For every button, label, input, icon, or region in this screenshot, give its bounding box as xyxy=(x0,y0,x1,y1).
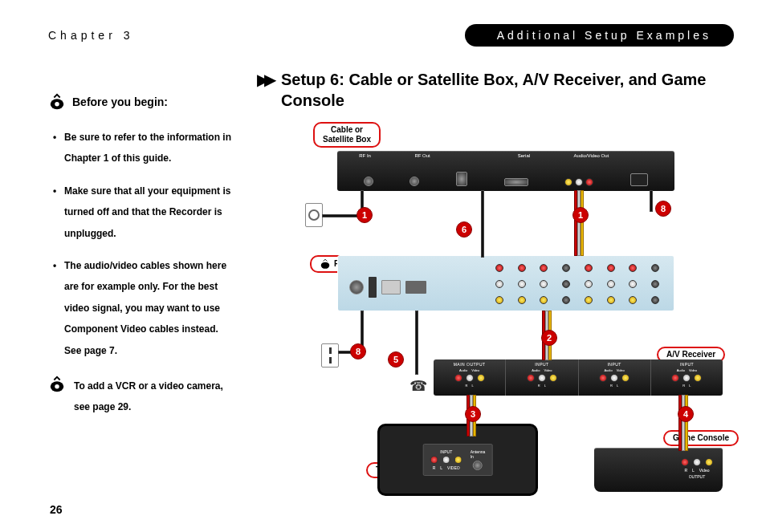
rf-jack xyxy=(349,280,364,294)
before-begin-bullets: Be sure to refer to the information in C… xyxy=(48,127,233,361)
av-section-title: INPUT xyxy=(680,362,695,367)
rf-jack xyxy=(409,177,419,186)
device-television: INPUT R L VIDEO Antenna In xyxy=(377,424,538,496)
svg-point-1 xyxy=(55,102,59,107)
device-game-console: R L Video OUTPUT xyxy=(594,448,723,492)
before-begin-heading: Before you begin: xyxy=(48,93,233,111)
rca-audio-l-jack xyxy=(575,178,583,186)
device-satellite-box: RF In RF Out Serial Audio/Video Out xyxy=(337,151,674,191)
connection-diagram: Cable or Satellite Box RF In RF Out Seri… xyxy=(273,127,723,496)
step-badge-3: 3 xyxy=(465,406,481,422)
tivo-icon xyxy=(48,376,66,393)
phone-jack xyxy=(456,172,467,186)
power-socket xyxy=(630,173,648,186)
rca-audio-r-jack xyxy=(585,178,593,186)
rf-jack xyxy=(364,177,373,186)
bullet-item: Be sure to refer to the information in C… xyxy=(48,127,233,169)
tv-input-label: INPUT xyxy=(440,449,452,454)
hdmi-port xyxy=(405,281,426,294)
main-content: ▶▶ Setup 6: Cable or Satellite Box, A/V … xyxy=(257,69,734,496)
label-game-console: Game Console xyxy=(663,430,739,446)
fast-forward-icon: ▶▶ xyxy=(257,71,271,87)
usb-port xyxy=(381,280,401,294)
serial-port xyxy=(504,178,528,186)
step-badge-8: 8 xyxy=(350,343,366,359)
antenna-jack xyxy=(473,461,483,470)
phone-icon: ☎ xyxy=(409,377,427,395)
page-header: Chapter 3 Additional Setup Examples xyxy=(48,24,734,47)
vcr-note-text: To add a VCR or a video camera, see page… xyxy=(74,376,233,418)
before-begin-text: Before you begin: xyxy=(72,95,168,108)
vcr-note: To add a VCR or a video camera, see page… xyxy=(48,376,233,418)
step-badge-1b: 1 xyxy=(572,207,589,223)
av-section-title: INPUT xyxy=(535,362,549,367)
port-label: RF In xyxy=(359,153,371,158)
svg-point-3 xyxy=(55,384,59,389)
av-section-title: INPUT xyxy=(607,362,621,367)
av-section-title: MAIN OUTPUT xyxy=(454,362,486,367)
port-label: Serial xyxy=(518,153,530,158)
step-badge-5: 5 xyxy=(388,351,404,368)
tv-antenna-label: Antenna In xyxy=(471,449,486,459)
page-number: 26 xyxy=(50,503,63,516)
before-you-begin-sidebar: Before you begin: Be sure to refer to th… xyxy=(48,69,233,496)
label-satellite-box: Cable or Satellite Box xyxy=(313,122,381,148)
step-badge-1: 1 xyxy=(357,207,373,223)
svg-point-4 xyxy=(321,262,330,269)
device-av-receiver: MAIN OUTPUT AudioVideo RL INPUT AudioVid… xyxy=(434,359,723,396)
step-badge-6: 6 xyxy=(456,221,472,238)
step-badge-8b: 8 xyxy=(655,201,671,217)
bullet-item: The audio/video cables shown here are fo… xyxy=(48,255,233,361)
device-recorder xyxy=(337,255,674,311)
step-badge-2: 2 xyxy=(541,330,557,346)
setup-title: Setup 6: Cable or Satellite Box, A/V Rec… xyxy=(281,69,734,111)
port-label: Audio/Video Out xyxy=(574,153,609,158)
step-badge-4: 4 xyxy=(678,406,694,422)
tivo-icon xyxy=(320,258,331,270)
tivo-icon xyxy=(48,93,66,111)
chapter-label: Chapter 3 xyxy=(48,29,133,42)
wall-coax-outlet xyxy=(305,203,323,227)
power-jack xyxy=(369,277,377,298)
bullet-item: Make sure that all your equipment is tur… xyxy=(48,181,233,244)
rca-video-jack xyxy=(564,178,572,186)
section-title-badge: Additional Setup Examples xyxy=(465,24,734,47)
port-label: RF Out xyxy=(414,153,430,158)
wall-power-outlet xyxy=(321,343,339,368)
